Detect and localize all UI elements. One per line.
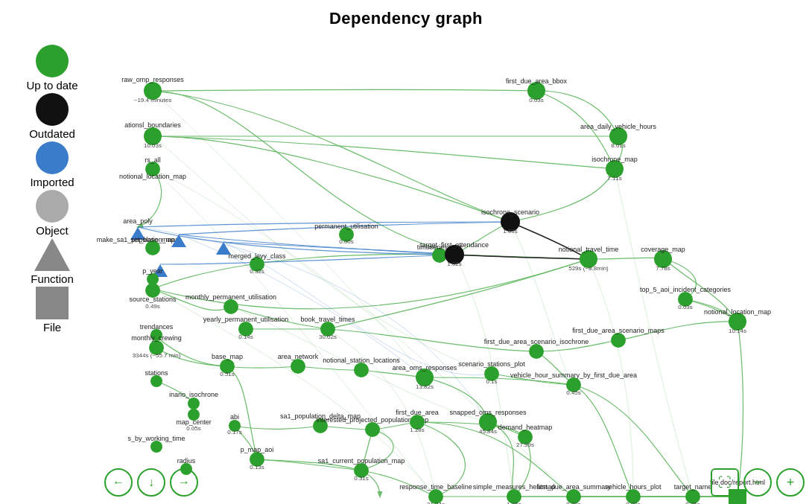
svg-text:area_network: area_network [278,353,319,360]
svg-text:30.02s: 30.02s [319,334,337,340]
svg-text:sa1_current_population_map: sa1_current_population_map [318,457,405,465]
svg-text:27.99s: 27.99s [516,441,534,448]
zoom-in-button[interactable]: + [776,468,805,497]
svg-text:0.51s: 0.51s [220,371,235,377]
svg-text:7.78s: 7.78s [656,265,670,272]
zoom-out-button[interactable]: − [743,468,772,497]
legend-object: Object [7,190,97,237]
nav-right-button[interactable]: → [170,468,198,497]
node-monthly-perm-util [223,299,238,314]
legend-up-to-date: Up to date [7,45,97,92]
file-label: File [7,321,97,334]
svg-text:isochrone_map: isochrone_map [591,156,638,163]
svg-text:rs_all: rs_all [145,156,161,164]
node-s-by-working-time [150,441,162,453]
outdated-icon [36,93,69,126]
legend-imported: Imported [7,141,97,188]
svg-text:set_base_map: set_base_map [130,236,174,243]
svg-text:0.25s: 0.25s [685,501,700,504]
svg-text:notional_station_locations: notional_station_locations [323,357,400,364]
svg-text:0.14s: 0.14s [238,334,253,340]
file-icon [36,287,69,319]
svg-text:0.08s: 0.08s [626,501,641,504]
svg-text:0.45s: 0.45s [566,389,581,396]
svg-text:first_due_area_summary: first_due_area_summary [536,483,611,491]
svg-text:1.28s: 1.28s [410,427,425,433]
svg-text:0.08s: 0.08s [566,501,581,504]
svg-text:first_due_area_scenario_maps: first_due_area_scenario_maps [572,327,664,334]
up-to-date-label: Up to date [7,79,97,92]
node-area-network [291,359,305,374]
fit-button[interactable]: ⛶ [711,468,739,497]
svg-text:snapped_oms_responses: snapped_oms_responses [449,409,527,416]
svg-text:first_due_area_bbox: first_due_area_bbox [506,77,568,85]
nav-controls[interactable]: ← ↓ → [104,468,198,497]
svg-text:notional_location_map: notional_location_map [704,308,771,316]
svg-text:0.00s: 0.00s [339,238,354,245]
svg-text:target_first_attendance: target_first_attendance [420,241,489,249]
svg-text:0.17s: 0.17s [227,429,242,436]
svg-text:3344s (~55.7 min): 3344s (~55.7 min) [133,352,181,359]
svg-text:0.31s: 0.31s [354,475,369,482]
svg-text:529s (~8.8min): 529s (~8.8min) [568,265,609,272]
svg-text:response_time_baseline: response_time_baseline [399,483,472,491]
svg-text:area_poly: area_poly [123,217,153,225]
graph-area[interactable]: raw_omp_responses ~19.4 minutes ationsl_… [97,30,812,504]
svg-text:merged_levy_class: merged_levy_class [228,252,286,260]
imported-icon [36,141,69,174]
svg-text:trendances: trendances [140,323,174,331]
svg-text:inario_isochrone: inario_isochrone [169,391,218,398]
svg-text:~19.4 minutes: ~19.4 minutes [134,97,171,103]
svg-text:base_map: base_map [212,353,243,360]
svg-text:first_due_area: first_due_area [396,409,439,416]
function-label: Function [7,272,97,285]
svg-text:0.32s: 0.32s [250,268,264,275]
svg-text:1.02s: 1.02s [447,261,462,267]
svg-text:notional_location_map: notional_location_map [119,173,186,180]
node-inario-isochrone [188,398,200,409]
legend-outdated: Outdated [7,93,97,140]
node-notional-station-locations [354,363,369,377]
svg-text:ationsl_boundaries: ationsl_boundaries [124,121,181,129]
svg-text:area_oms_responses: area_oms_responses [393,364,457,371]
node-first-due-area-scenario-maps [611,333,626,348]
svg-text:monthly_permanent_utilisation: monthly_permanent_utilisation [185,293,276,301]
svg-text:coverage_map: coverage_map [641,246,685,253]
nav-down-button[interactable]: ↓ [137,468,165,497]
legend: Up to date Outdated Imported Object Func… [0,45,97,335]
imported-label: Imported [7,176,97,188]
svg-text:vehicle_hour_summary_by_first_: vehicle_hour_summary_by_first_due_area [510,371,637,379]
svg-text:10.14s: 10.14s [729,328,746,334]
svg-text:target_name: target_name [674,483,712,491]
svg-text:area_daily_vehicle_hours: area_daily_vehicle_hours [580,123,657,130]
svg-text:demand_heatmap: demand_heatmap [498,424,553,431]
svg-text:monthly_crewing: monthly_crewing [131,334,182,342]
svg-text:0.13s: 0.13s [250,464,264,470]
function-icon [34,238,70,271]
svg-text:radius: radius [177,457,196,465]
svg-text:0.49s: 0.49s [145,303,160,310]
zoom-controls[interactable]: ⛶ − + [711,468,805,497]
svg-text:7.11s: 7.11s [607,175,622,182]
svg-text:45.84s: 45.84s [479,428,497,435]
svg-text:10.03s: 10.03s [144,142,162,149]
svg-text:source_stations: source_stations [129,296,177,303]
svg-text:book_travel_times: book_travel_times [300,316,355,323]
svg-text:abi: abi [230,413,239,421]
dependency-graph-svg: raw_omp_responses ~19.4 minutes ationsl_… [97,30,812,504]
up-to-date-icon [36,45,69,77]
svg-text:vehicle_hours_plot: vehicle_hours_plot [605,483,662,491]
object-label: Object [7,224,97,237]
svg-text:top_5_aoi_incident_categories: top_5_aoi_incident_categories [640,286,732,293]
svg-text:raw_omp_responses: raw_omp_responses [121,76,184,83]
outdated-label: Outdated [7,127,97,140]
object-icon [36,190,69,223]
nav-left-button[interactable]: ← [104,468,133,497]
svg-text:first_due_area_scenario_isochr: first_due_area_scenario_isochrone [484,338,589,345]
node-interested-projected [365,422,380,437]
node-stations [150,375,162,387]
svg-text:isochrone_scenario: isochrone_scenario [481,208,539,216]
svg-text:permanent_utilisation: permanent_utilisation [314,223,378,230]
legend-file: File [7,287,97,334]
svg-text:notional_travel_time: notional_travel_time [559,246,619,253]
